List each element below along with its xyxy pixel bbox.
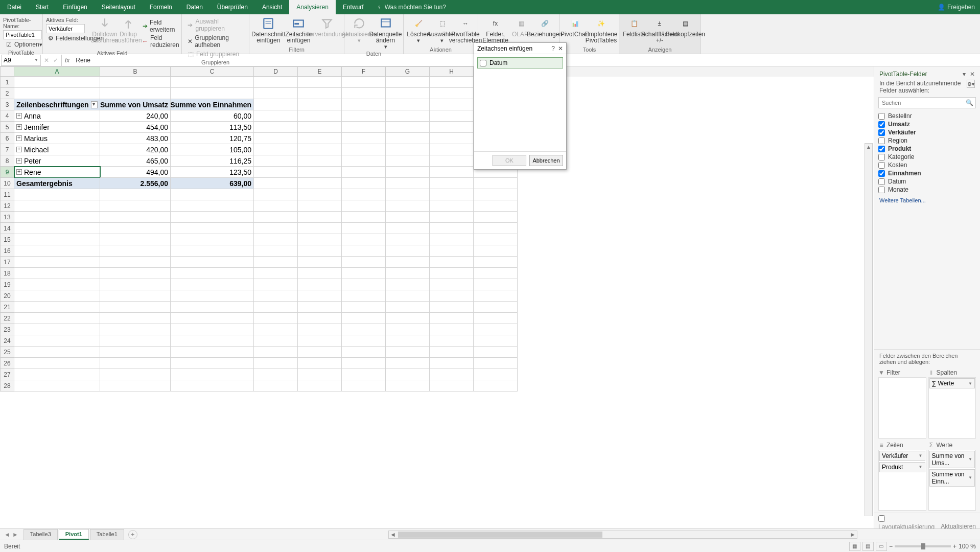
page-break-view-button[interactable]: ▭ [876, 542, 887, 551]
cell[interactable] [474, 178, 518, 189]
cell[interactable] [342, 302, 386, 313]
cell[interactable] [342, 324, 386, 335]
cell[interactable] [342, 155, 386, 167]
field-headers-toggle[interactable]: ▤Feldkopfzeilen [673, 15, 697, 37]
cell[interactable]: Rene [14, 167, 100, 178]
cell[interactable] [171, 257, 254, 268]
cell[interactable] [298, 167, 342, 178]
cell[interactable] [254, 200, 298, 212]
cell[interactable] [386, 380, 430, 392]
cell[interactable] [254, 279, 298, 290]
cell[interactable] [100, 268, 171, 279]
row-header[interactable]: 20 [0, 290, 14, 302]
cell[interactable] [14, 88, 100, 99]
cell[interactable] [342, 77, 386, 88]
cell[interactable] [430, 324, 474, 335]
cell[interactable] [386, 324, 430, 335]
cell[interactable] [254, 167, 298, 178]
cell[interactable] [386, 178, 430, 189]
cell[interactable] [298, 290, 342, 302]
cell[interactable] [254, 369, 298, 380]
cell[interactable] [298, 155, 342, 167]
cell[interactable] [298, 347, 342, 358]
cell[interactable] [430, 279, 474, 290]
cell[interactable] [342, 178, 386, 189]
columns-drop-zone[interactable]: ∑ Werte▼ [928, 377, 976, 439]
cell[interactable] [386, 234, 430, 245]
cell[interactable] [386, 167, 430, 178]
page-layout-view-button[interactable]: ▤ [862, 542, 874, 551]
row-header[interactable]: 7 [0, 144, 14, 155]
cell[interactable] [474, 223, 518, 234]
cell[interactable] [100, 200, 171, 212]
zoom-level[interactable]: 100 % [959, 543, 976, 550]
menu-seitenlayout[interactable]: Seitenlayout [95, 0, 143, 14]
cell[interactable] [100, 257, 171, 268]
cell[interactable] [386, 335, 430, 347]
field-item[interactable]: Datum [878, 178, 976, 185]
cell[interactable] [342, 257, 386, 268]
cell[interactable] [386, 155, 430, 167]
cell[interactable]: 420,00 [100, 144, 171, 155]
cell[interactable] [386, 212, 430, 223]
field-item[interactable]: Einnahmen [878, 170, 976, 177]
cell[interactable]: 483,00 [100, 133, 171, 144]
cell[interactable] [254, 347, 298, 358]
cell[interactable] [100, 347, 171, 358]
cell[interactable] [430, 290, 474, 302]
fx-icon[interactable]: fx [62, 57, 73, 64]
cell[interactable] [386, 369, 430, 380]
cell[interactable] [430, 369, 474, 380]
cell[interactable] [430, 268, 474, 279]
cell[interactable] [430, 178, 474, 189]
field-search-input[interactable] [878, 97, 976, 108]
cell[interactable] [342, 99, 386, 110]
cell[interactable] [254, 144, 298, 155]
cell[interactable] [171, 380, 254, 392]
cell[interactable] [342, 88, 386, 99]
cell[interactable] [474, 324, 518, 335]
cell[interactable] [474, 347, 518, 358]
field-item[interactable]: Kategorie [878, 153, 976, 160]
zone-pill[interactable]: Summe von Einn...▼ [929, 469, 975, 487]
help-icon[interactable]: ? [551, 45, 555, 52]
cell[interactable]: Summe von Umsatz [100, 99, 171, 110]
cell[interactable] [430, 133, 474, 144]
row-header[interactable]: 9 [0, 167, 14, 178]
active-field-input[interactable] [46, 24, 85, 33]
cell[interactable] [14, 245, 100, 257]
cell[interactable] [100, 245, 171, 257]
clear-button[interactable]: 🧹Löschen ▾ [407, 15, 430, 43]
zoom-in-button[interactable]: + [953, 543, 956, 550]
row-header[interactable]: 13 [0, 212, 14, 223]
cell[interactable] [14, 268, 100, 279]
cell[interactable]: 105,00 [171, 144, 254, 155]
cell[interactable] [430, 88, 474, 99]
cell[interactable] [474, 313, 518, 324]
row-header[interactable]: 8 [0, 155, 14, 167]
cell[interactable] [298, 77, 342, 88]
cell[interactable] [474, 290, 518, 302]
timeline-field-item[interactable]: Datum [477, 57, 563, 68]
cell[interactable]: 113,50 [171, 122, 254, 133]
zoom-out-button[interactable]: − [889, 543, 893, 550]
cell[interactable] [254, 234, 298, 245]
cell[interactable] [386, 133, 430, 144]
cell[interactable]: 454,00 [100, 122, 171, 133]
cell[interactable] [14, 302, 100, 313]
cell[interactable] [254, 324, 298, 335]
cell[interactable] [342, 144, 386, 155]
cell[interactable] [386, 200, 430, 212]
cell[interactable] [14, 257, 100, 268]
cell[interactable] [100, 324, 171, 335]
column-header[interactable]: A [14, 66, 100, 77]
cell[interactable] [14, 358, 100, 369]
row-header[interactable]: 26 [0, 358, 14, 369]
row-header[interactable]: 27 [0, 369, 14, 380]
cell[interactable] [342, 200, 386, 212]
ungroup-button[interactable]: ✕Gruppierung aufheben [185, 34, 246, 49]
tab-nav-prev[interactable]: ◄ [4, 531, 10, 538]
cell[interactable] [386, 144, 430, 155]
cell[interactable] [100, 189, 171, 200]
values-drop-zone[interactable]: Summe von Ums...▼Summe von Einn...▼ [928, 450, 976, 511]
